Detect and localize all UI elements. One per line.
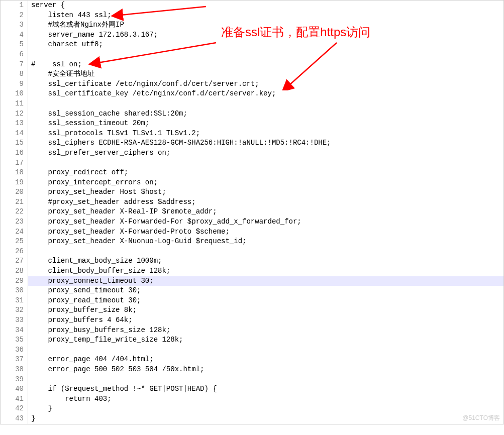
line-number: 20: [1, 187, 28, 197]
code-line[interactable]: 8 #安全证书地址: [1, 69, 503, 79]
code-line[interactable]: 3 #域名或者Nginx外网IP: [1, 20, 503, 30]
code-line[interactable]: 29 proxy_connect_timeout 30;: [1, 276, 503, 286]
code-text[interactable]: [28, 375, 31, 385]
code-line[interactable]: 18 proxy_redirect off;: [1, 168, 503, 178]
code-text[interactable]: ssl_certificate_key /etc/nginx/conf.d/ce…: [28, 89, 276, 99]
code-text[interactable]: proxy_send_timeout 30;: [28, 286, 141, 296]
code-text[interactable]: [28, 345, 31, 355]
code-text[interactable]: client_body_buffer_size 128k;: [28, 266, 170, 276]
code-text[interactable]: [28, 158, 31, 168]
line-number: 40: [1, 384, 28, 394]
code-line[interactable]: 14 ssl_protocols TLSv1 TLSv1.1 TLSv1.2;: [1, 129, 503, 139]
line-number: 10: [1, 89, 28, 99]
code-line[interactable]: 25 proxy_set_header X-Nuonuo-Log-Guid $r…: [1, 237, 503, 247]
code-line[interactable]: 39: [1, 375, 503, 385]
code-text[interactable]: server_name 172.168.3.167;: [28, 30, 158, 40]
code-line[interactable]: 42 }: [1, 404, 503, 414]
code-text[interactable]: error_page 500 502 503 504 /50x.html;: [28, 365, 204, 375]
line-number: 1: [1, 1, 28, 11]
code-text[interactable]: [28, 99, 31, 109]
code-line[interactable]: 37 error_page 404 /404.html;: [1, 355, 503, 365]
code-text[interactable]: proxy_buffers 4 64k;: [28, 315, 133, 325]
code-line[interactable]: 24 proxy_set_header X-Forwarded-Proto $s…: [1, 227, 503, 237]
code-line[interactable]: 4 server_name 172.168.3.167;: [1, 30, 503, 40]
code-text[interactable]: charset utf8;: [28, 40, 103, 50]
code-text[interactable]: }: [28, 404, 52, 414]
code-text[interactable]: [28, 50, 31, 60]
code-line[interactable]: 20 proxy_set_header Host $host;: [1, 187, 503, 197]
code-text[interactable]: proxy_set_header X-Forwarded-Proto $sche…: [28, 227, 230, 237]
line-number: 2: [1, 11, 28, 21]
code-line[interactable]: 9 ssl_certificate /etc/nginx/conf.d/cert…: [1, 79, 503, 89]
code-line[interactable]: 1server {: [1, 1, 503, 11]
code-line[interactable]: 6: [1, 50, 503, 60]
code-text[interactable]: proxy_intercept_errors on;: [28, 178, 158, 188]
line-number: 18: [1, 168, 28, 178]
code-text[interactable]: listen 443 ssl;: [28, 11, 112, 21]
line-number: 33: [1, 315, 28, 325]
code-line[interactable]: 41 return 403;: [1, 394, 503, 404]
code-line[interactable]: 34 proxy_busy_buffers_size 128k;: [1, 325, 503, 336]
code-line[interactable]: 35 proxy_temp_file_write_size 128k;: [1, 335, 503, 345]
code-text[interactable]: proxy_set_header X-Forwarded-For $proxy_…: [28, 217, 301, 227]
code-line[interactable]: 16 ssl_prefer_server_ciphers on;: [1, 148, 503, 158]
line-number: 34: [1, 325, 28, 336]
code-text[interactable]: proxy_connect_timeout 30;: [28, 276, 154, 286]
line-number: 37: [1, 355, 28, 365]
line-number: 41: [1, 394, 28, 404]
code-text[interactable]: if ($request_method !~* GET|POST|HEAD) {: [28, 384, 217, 394]
code-line[interactable]: 40 if ($request_method !~* GET|POST|HEAD…: [1, 384, 503, 394]
code-line[interactable]: 36: [1, 345, 503, 355]
code-line[interactable]: 15 ssl_ciphers ECDHE-RSA-AES128-GCM-SHA2…: [1, 138, 503, 148]
code-line[interactable]: 17: [1, 158, 503, 168]
code-text[interactable]: client_max_body_size 1000m;: [28, 256, 162, 266]
code-text[interactable]: #proxy_set_header address $address;: [28, 197, 196, 207]
code-line[interactable]: 10 ssl_certificate_key /etc/nginx/conf.d…: [1, 89, 503, 99]
code-line[interactable]: 2 listen 443 ssl;: [1, 11, 503, 21]
code-line[interactable]: 30 proxy_send_timeout 30;: [1, 286, 503, 296]
code-line[interactable]: 38 error_page 500 502 503 504 /50x.html;: [1, 365, 503, 375]
code-text[interactable]: proxy_redirect off;: [28, 168, 128, 178]
code-text[interactable]: # ssl on;: [28, 60, 82, 70]
code-line[interactable]: 12 ssl_session_cache shared:SSL:20m;: [1, 109, 503, 119]
code-line[interactable]: 43}: [1, 414, 503, 424]
code-text[interactable]: ssl_certificate /etc/nginx/conf.d/cert/s…: [28, 79, 259, 89]
code-text[interactable]: [28, 247, 31, 257]
code-text[interactable]: proxy_busy_buffers_size 128k;: [28, 325, 170, 336]
code-line[interactable]: 11: [1, 99, 503, 109]
code-line[interactable]: 7# ssl on;: [1, 60, 503, 70]
code-line[interactable]: 31 proxy_read_timeout 30;: [1, 296, 503, 306]
code-line[interactable]: 27 client_max_body_size 1000m;: [1, 256, 503, 266]
code-text[interactable]: error_page 404 /404.html;: [28, 355, 154, 365]
line-number: 12: [1, 109, 28, 119]
code-text[interactable]: server {: [28, 1, 65, 11]
code-text[interactable]: ssl_prefer_server_ciphers on;: [28, 148, 170, 158]
code-text[interactable]: proxy_temp_file_write_size 128k;: [28, 335, 183, 345]
code-text[interactable]: proxy_read_timeout 30;: [28, 296, 141, 306]
code-text[interactable]: ssl_ciphers ECDHE-RSA-AES128-GCM-SHA256:…: [28, 138, 331, 148]
code-line[interactable]: 26: [1, 247, 503, 257]
code-editor[interactable]: 1server {2 listen 443 ssl;3 #域名或者Nginx外网…: [0, 0, 504, 424]
code-line[interactable]: 5 charset utf8;: [1, 40, 503, 50]
code-line[interactable]: 33 proxy_buffers 4 64k;: [1, 315, 503, 325]
line-number: 42: [1, 404, 28, 414]
code-line[interactable]: 21 #proxy_set_header address $address;: [1, 197, 503, 207]
code-text[interactable]: proxy_set_header X-Nuonuo-Log-Guid $requ…: [28, 237, 246, 247]
line-number: 28: [1, 266, 28, 276]
code-text[interactable]: proxy_set_header Host $host;: [28, 187, 166, 197]
code-text[interactable]: #域名或者Nginx外网IP: [28, 20, 124, 30]
code-text[interactable]: proxy_set_header X-Real-IP $remote_addr;: [28, 207, 217, 217]
code-line[interactable]: 22 proxy_set_header X-Real-IP $remote_ad…: [1, 207, 503, 217]
code-text[interactable]: ssl_session_cache shared:SSL:20m;: [28, 109, 187, 119]
code-text[interactable]: ssl_protocols TLSv1 TLSv1.1 TLSv1.2;: [28, 129, 200, 139]
code-line[interactable]: 23 proxy_set_header X-Forwarded-For $pro…: [1, 217, 503, 227]
code-text[interactable]: ssl_session_timeout 20m;: [28, 119, 149, 129]
code-line[interactable]: 19 proxy_intercept_errors on;: [1, 178, 503, 188]
code-text[interactable]: #安全证书地址: [28, 69, 94, 79]
code-text[interactable]: return 403;: [28, 394, 112, 404]
code-line[interactable]: 28 client_body_buffer_size 128k;: [1, 266, 503, 276]
code-line[interactable]: 32 proxy_buffer_size 8k;: [1, 305, 503, 315]
code-text[interactable]: proxy_buffer_size 8k;: [28, 305, 137, 315]
code-text[interactable]: }: [28, 414, 35, 424]
code-line[interactable]: 13 ssl_session_timeout 20m;: [1, 119, 503, 129]
